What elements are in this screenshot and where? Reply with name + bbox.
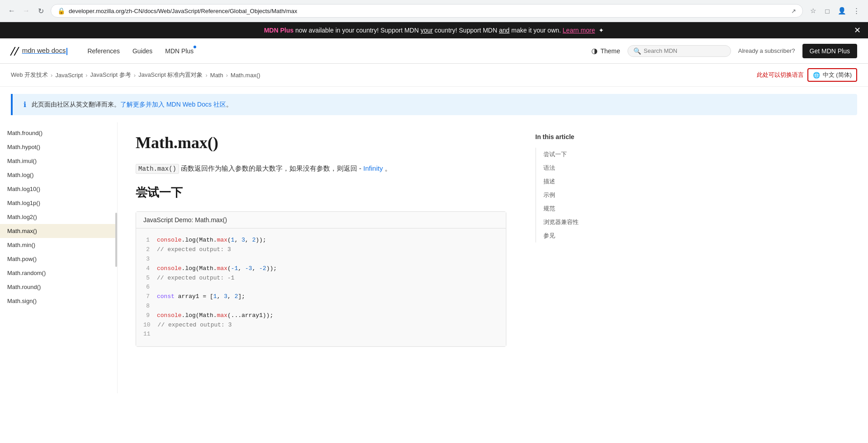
- demo-box: JavaScript Demo: Math.max() 1 console.lo…: [136, 211, 506, 347]
- breadcrumb-link-global[interactable]: JavaScript 标准内置对象: [138, 71, 203, 79]
- nav-guides[interactable]: Guides: [127, 45, 158, 57]
- infinity-link[interactable]: Infinity: [363, 164, 383, 172]
- sidebar-item-hypot[interactable]: Math.hypot(): [0, 140, 117, 154]
- profile-icon[interactable]: 👤: [835, 5, 848, 17]
- mdn-header: // mdn web docs References Guides MDN Pl…: [0, 38, 868, 64]
- browser-chrome: ← → ↻ 🔒 developer.mozilla.org/zh-CN/docs…: [0, 0, 868, 22]
- menu-icon[interactable]: ⋮: [850, 5, 863, 17]
- lang-button[interactable]: 🌐 中文 (简体): [807, 68, 857, 82]
- breadcrumb-link-js[interactable]: JavaScript: [55, 72, 83, 79]
- sidebar-item-imul[interactable]: Math.imul(): [0, 154, 117, 168]
- main-content: Math.max() Math.max() 函数返回作为输入参数的最大数字，如果…: [118, 122, 524, 443]
- search-box[interactable]: 🔍: [627, 45, 731, 57]
- code-line-9: 9 console.log(Math.max(...array1));: [143, 311, 499, 321]
- get-mdn-button[interactable]: Get MDN Plus: [802, 44, 857, 58]
- notice-link[interactable]: 了解更多并加入 MDN Web Docs 社区: [120, 101, 226, 108]
- globe-icon: 🌐: [813, 72, 820, 79]
- toc-item-desc[interactable]: 描述: [543, 175, 604, 188]
- sidebar-scrollbar-thumb[interactable]: [115, 213, 117, 267]
- sidebar-item-sign[interactable]: Math.sign(): [0, 294, 117, 308]
- toc-item-try[interactable]: 尝试一下: [543, 148, 604, 161]
- lang-switch-text[interactable]: 此处可以切换语言: [757, 71, 804, 79]
- learn-more-link[interactable]: Learn more: [563, 27, 595, 34]
- main-nav: References Guides MDN Plus: [82, 45, 591, 57]
- toc-item-compat[interactable]: 浏览器兼容性: [543, 215, 604, 229]
- toc-item-examples[interactable]: 示例: [543, 188, 604, 202]
- code-line-6: 6: [143, 283, 499, 292]
- theme-button[interactable]: ◑ Theme: [591, 47, 620, 55]
- code-line-10: 10 // expected output: 3: [143, 321, 499, 330]
- nav-references[interactable]: References: [82, 45, 125, 57]
- code-line-2: 2 // expected output: 3: [143, 245, 499, 255]
- search-icon: 🔍: [633, 47, 641, 55]
- code-line-11: 11: [143, 330, 499, 339]
- toc-item-syntax[interactable]: 语法: [543, 161, 604, 175]
- toc-item-spec[interactable]: 规范: [543, 202, 604, 215]
- sidebar-item-round[interactable]: Math.round(): [0, 280, 117, 294]
- notice-text: 此页面由社区从英文翻译而来。了解更多并加入 MDN Web Docs 社区。: [32, 101, 232, 109]
- reload-button[interactable]: ↻: [34, 5, 47, 17]
- try-section-title: 尝试一下: [136, 185, 506, 204]
- sidebar: Math.fround() Math.hypot() Math.imul() M…: [0, 122, 118, 393]
- toc-item-seealso[interactable]: 参见: [543, 229, 604, 242]
- code-line-5: 5 // expected output: -1: [143, 274, 499, 283]
- breadcrumb-link-math[interactable]: Math: [210, 72, 223, 79]
- sidebar-item-random[interactable]: Math.random(): [0, 266, 117, 280]
- code-line-1: 1 console.log(Math.max(1, 3, 2));: [143, 236, 499, 245]
- breadcrumb-link-web[interactable]: Web 开发技术: [11, 71, 48, 79]
- breadcrumb-link-jsref[interactable]: JavaScript 参考: [90, 71, 131, 79]
- browser-nav-buttons: ← → ↻: [5, 5, 47, 17]
- description: Math.max() 函数返回作为输入参数的最大数字，如果没有参数，则返回 - …: [136, 163, 506, 174]
- bookmark-icon[interactable]: ☆: [807, 5, 819, 17]
- mdn-logo[interactable]: // mdn web docs: [11, 44, 67, 58]
- breadcrumb-current: Math.max(): [231, 72, 260, 79]
- mdn-plus-label: MDN Plus: [264, 27, 293, 34]
- search-input[interactable]: [644, 47, 725, 54]
- language-switcher: 此处可以切换语言 🌐 中文 (简体): [757, 68, 857, 82]
- subscriber-text: Already a subscriber?: [738, 47, 795, 54]
- nav-mdn-plus[interactable]: MDN Plus: [160, 45, 199, 57]
- info-icon: ℹ: [24, 100, 26, 109]
- demo-header: JavaScript Demo: Math.max(): [136, 212, 506, 228]
- forward-button[interactable]: →: [20, 5, 33, 17]
- sidebar-item-pow[interactable]: Math.pow(): [0, 252, 117, 266]
- code-line-4: 4 console.log(Math.max(-1, -3, -2));: [143, 264, 499, 274]
- inline-code-mathmax: Math.max(): [136, 164, 179, 174]
- breadcrumb: Web 开发技术 › JavaScript › JavaScript 参考 › …: [11, 71, 260, 79]
- code-block: 1 console.log(Math.max(1, 3, 2)); 2 // e…: [136, 228, 506, 346]
- code-line-8: 8: [143, 302, 499, 311]
- toc-sidebar: In this article 尝试一下 语法 描述 示例 规范 浏览器兼容性 …: [524, 122, 615, 443]
- sparkle-icon: ✦: [599, 27, 604, 34]
- lock-icon: 🔒: [57, 7, 65, 14]
- browser-actions: ☆ □ 👤 ⋮: [807, 5, 863, 17]
- sidebar-item-fround[interactable]: Math.fround(): [0, 126, 117, 140]
- page-title: Math.max(): [136, 133, 506, 152]
- toc-title: In this article: [535, 133, 604, 140]
- logo-text: mdn web docs: [22, 47, 68, 55]
- browser-toolbar: ← → ↻ 🔒 developer.mozilla.org/zh-CN/docs…: [0, 0, 868, 22]
- sidebar-item-log10[interactable]: Math.log10(): [0, 182, 117, 196]
- sidebar-item-log1p[interactable]: Math.log1p(): [0, 196, 117, 210]
- sidebar-item-max[interactable]: Math.max(): [0, 224, 117, 238]
- code-line-7: 7 const array1 = [1, 3, 2];: [143, 292, 499, 302]
- logo-m-icon: //: [11, 44, 19, 58]
- sidebar-item-min[interactable]: Math.min(): [0, 238, 117, 252]
- code-line-3: 3: [143, 255, 499, 264]
- address-text: developer.mozilla.org/zh-CN/docs/Web/Jav…: [69, 8, 788, 14]
- address-bar[interactable]: 🔒 developer.mozilla.org/zh-CN/docs/Web/J…: [51, 4, 803, 18]
- share-icon: ↗: [791, 8, 796, 14]
- sidebar-item-log2[interactable]: Math.log2(): [0, 210, 117, 224]
- announcement-banner: MDN Plus now available in your country! …: [0, 22, 868, 38]
- sidebar-item-log[interactable]: Math.log(): [0, 168, 117, 182]
- page-layout: Math.fround() Math.hypot() Math.imul() M…: [0, 122, 868, 443]
- banner-text: MDN Plus now available in your country! …: [264, 27, 604, 34]
- header-right: ◑ Theme 🔍 Already a subscriber? Get MDN …: [591, 44, 857, 58]
- theme-icon: ◑: [591, 47, 598, 55]
- extension-icon[interactable]: □: [821, 5, 834, 17]
- toc-list: 尝试一下 语法 描述 示例 规范 浏览器兼容性 参见: [535, 148, 604, 242]
- translation-notice: ℹ 此页面由社区从英文翻译而来。了解更多并加入 MDN Web Docs 社区。: [11, 94, 857, 115]
- back-button[interactable]: ←: [5, 5, 18, 17]
- notification-dot: [193, 46, 196, 48]
- breadcrumb-bar: Web 开发技术 › JavaScript › JavaScript 参考 › …: [0, 64, 868, 87]
- banner-close-button[interactable]: ✕: [854, 25, 861, 35]
